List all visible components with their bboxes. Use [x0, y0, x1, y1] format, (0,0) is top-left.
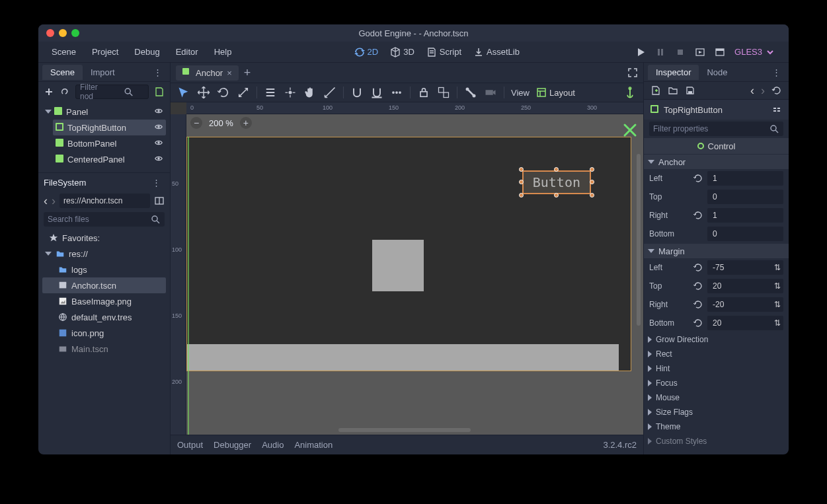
menu-debug[interactable]: Debug [128, 44, 166, 59]
snap-options[interactable] [390, 86, 403, 99]
path-back-button[interactable]: ‹ [44, 194, 48, 208]
distraction-free-button[interactable] [627, 67, 638, 78]
resize-handle-l[interactable] [519, 180, 524, 184]
pivot-tool[interactable] [284, 86, 297, 99]
tab-inspector[interactable]: Inspector [648, 65, 699, 80]
select-tool[interactable] [177, 86, 190, 99]
load-resource-button[interactable] [668, 85, 678, 96]
mode-2d-button[interactable]: 2D [354, 47, 379, 57]
menu-scene[interactable]: Scene [45, 44, 83, 59]
tab-debugger[interactable]: Debugger [214, 440, 251, 450]
close-window-button[interactable] [46, 29, 54, 37]
viewport-scrollbar-h[interactable] [338, 428, 471, 432]
file-baseimage-png[interactable]: BaseImage.png [42, 293, 166, 309]
value-input[interactable]: -75⇅ [707, 260, 783, 275]
visibility-toggle[interactable] [154, 122, 163, 133]
resize-handle-bl[interactable] [519, 193, 524, 198]
value-input[interactable]: -20⇅ [707, 297, 783, 312]
dock-options-icon[interactable]: ⋮ [149, 67, 166, 77]
spinner[interactable]: ⇅ [774, 263, 781, 272]
spinner[interactable]: ⇅ [774, 318, 781, 328]
grid-snap-toggle[interactable] [370, 86, 383, 99]
tab-animation[interactable]: Animation [294, 440, 333, 450]
section-anchor[interactable]: Anchor [644, 155, 789, 169]
history-button[interactable] [771, 85, 782, 96]
section-margin[interactable]: Margin [644, 244, 789, 258]
section-toggle[interactable] [648, 249, 654, 253]
section-rect[interactable]: Rect [644, 347, 789, 361]
pan-tool[interactable] [303, 86, 317, 99]
tab-scene[interactable]: Scene [42, 65, 83, 80]
close-tab-button[interactable]: × [227, 68, 232, 78]
expand-toggle[interactable] [45, 252, 52, 256]
tree-node-centeredpanel[interactable]: CenteredPanel [53, 151, 166, 167]
reset-button[interactable] [693, 318, 703, 328]
renderer-selector[interactable]: GLES3 [734, 47, 775, 57]
anchor-preset-button[interactable] [623, 86, 637, 99]
tab-output[interactable]: Output [177, 440, 203, 450]
resize-handle-r[interactable] [590, 180, 594, 184]
value-input[interactable]: 1 [707, 208, 783, 223]
dock-options-icon[interactable]: ⋮ [148, 178, 165, 188]
mode-script-button[interactable]: Script [426, 47, 461, 57]
rotate-tool[interactable] [217, 86, 230, 99]
spinner[interactable]: ⇅ [774, 300, 781, 309]
path-input[interactable]: res://Anchor.tscn [59, 194, 150, 208]
file-anchor-tscn[interactable]: Anchor.tscn [42, 277, 166, 293]
expand-toggle[interactable] [45, 110, 52, 114]
inspector-class-header[interactable]: Control [644, 138, 789, 154]
snap-toggle[interactable] [350, 86, 364, 99]
viewport[interactable]: 0 50 100 150 200 250 300 50 100 150 200 [171, 102, 643, 435]
resize-handle-t[interactable] [554, 167, 559, 172]
section-focus[interactable]: Focus [644, 376, 789, 390]
history-forward-button[interactable]: › [761, 84, 765, 98]
zoom-in-button[interactable]: + [240, 117, 252, 129]
zoom-level[interactable]: 200 % [209, 118, 233, 128]
file-default-env[interactable]: default_env.tres [42, 309, 166, 325]
section-custom[interactable]: Custom Styles [644, 434, 789, 449]
reset-button[interactable] [693, 262, 703, 273]
menu-editor[interactable]: Editor [169, 44, 205, 59]
tab-node[interactable]: Node [699, 65, 735, 80]
tree-node-toprightbutton[interactable]: TopRightButton [53, 120, 166, 135]
bottom-panel-node[interactable] [187, 344, 619, 371]
value-input[interactable]: 20⇅ [707, 316, 783, 330]
value-input[interactable]: 1 [707, 171, 783, 186]
maximize-window-button[interactable] [71, 29, 79, 37]
section-toggle[interactable] [648, 160, 654, 164]
list-select-tool[interactable] [264, 86, 277, 99]
file-icon-png[interactable]: icon.png [42, 325, 166, 341]
centered-panel-node[interactable] [372, 240, 424, 291]
reset-button[interactable] [693, 210, 703, 221]
instance-button[interactable] [59, 87, 70, 97]
tree-node-panel[interactable]: Panel [42, 104, 166, 120]
pause-button[interactable] [655, 47, 666, 57]
mode-assetlib-button[interactable]: AssetLib [473, 47, 520, 57]
resize-handle-tr[interactable] [590, 167, 594, 172]
history-back-button[interactable]: ‹ [750, 84, 754, 98]
resize-handle-br[interactable] [590, 193, 594, 198]
tab-audio[interactable]: Audio [262, 440, 284, 450]
viewport-scrollbar-v[interactable] [637, 154, 641, 326]
skeleton-button[interactable] [464, 86, 477, 99]
visibility-toggle[interactable] [154, 154, 163, 165]
new-resource-button[interactable] [650, 85, 661, 96]
scene-filter-input[interactable]: Filter nod [75, 85, 149, 99]
stop-button[interactable] [675, 47, 686, 57]
value-input[interactable]: 0 [707, 190, 783, 204]
scale-tool[interactable] [237, 86, 250, 99]
save-resource-button[interactable] [685, 85, 695, 96]
menu-project[interactable]: Project [85, 44, 125, 59]
zoom-out-button[interactable]: − [190, 117, 202, 129]
section-grow[interactable]: Grow Direction [644, 332, 789, 347]
file-main-tscn[interactable]: Main.tscn [42, 341, 166, 357]
scene-tab-anchor[interactable]: Anchor × [176, 65, 239, 81]
mode-3d-button[interactable]: 3D [390, 47, 414, 57]
group-button[interactable] [437, 86, 450, 99]
root-panel[interactable]: Button [186, 137, 631, 371]
tab-import[interactable]: Import [83, 65, 123, 80]
reset-button[interactable] [693, 299, 703, 310]
menu-help[interactable]: Help [208, 44, 239, 59]
filesystem-search-input[interactable]: Search files [44, 212, 165, 227]
view-menu[interactable]: View [511, 88, 530, 98]
